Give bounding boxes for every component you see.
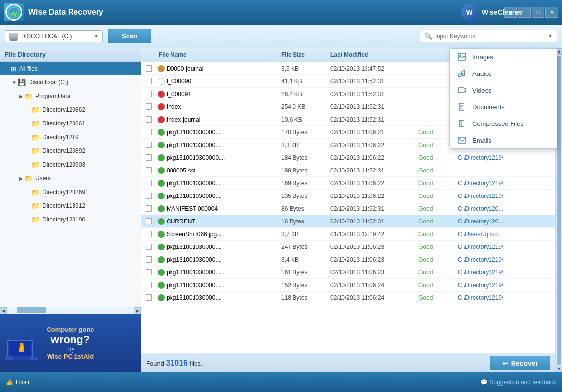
sidebar-item-dir120903[interactable]: 📁 Directory120903 xyxy=(0,158,141,172)
drive-selector[interactable]: DISCO LOCAL (C:) ▼ xyxy=(5,30,103,42)
table-row[interactable]: pkg131001030000.... 152 Bytes 02/10/2013… xyxy=(141,279,555,292)
scan-button[interactable]: Scan xyxy=(108,29,151,43)
row-checkbox[interactable] xyxy=(141,256,156,263)
table-row[interactable]: pkg131001030000.... 169 Bytes 02/10/2013… xyxy=(141,177,555,190)
row-checkbox[interactable] xyxy=(141,180,156,186)
table-row[interactable]: CURRENT 16 Bytes 02/10/2013 11:52:31 Goo… xyxy=(141,215,555,228)
row-checkbox[interactable] xyxy=(141,231,156,237)
folder-icon: 📁 xyxy=(24,174,33,182)
sidebar-item-dir120892[interactable]: 📁 Directory120892 xyxy=(0,144,141,158)
dropdown-item-label: Images xyxy=(472,53,493,61)
row-checkbox[interactable] xyxy=(141,269,156,275)
svg-rect-11 xyxy=(458,88,464,93)
scroll-down-arrow[interactable]: ▼ xyxy=(556,366,562,372)
hscroll-left[interactable]: ◀ xyxy=(0,307,7,314)
row-filesize: 86 Bytes xyxy=(278,205,327,212)
table-row[interactable]: pkg131001030000.... 135 Bytes 02/10/2013… xyxy=(141,190,555,202)
table-row[interactable]: pkg1310010300000.... 184 Bytes 02/10/201… xyxy=(141,151,555,164)
row-filename: Index-journal xyxy=(156,116,278,123)
maximize-button[interactable]: □ xyxy=(532,7,544,18)
row-filesize: 118 Bytes xyxy=(278,294,327,301)
svg-point-10 xyxy=(462,73,465,76)
sidebar-item-label: Directory120903 xyxy=(42,161,85,168)
row-checkbox[interactable] xyxy=(141,65,156,72)
dropdown-item-images[interactable]: Images xyxy=(450,49,557,65)
row-checkbox[interactable] xyxy=(141,129,156,135)
row-date: 02/10/2013 11:52:31 xyxy=(327,167,415,174)
row-checkbox[interactable] xyxy=(141,205,156,212)
table-row[interactable]: MANIFEST-000004 86 Bytes 02/10/2013 11:5… xyxy=(141,202,555,215)
row-checkbox[interactable] xyxy=(141,193,156,199)
row-date: 02/10/2013 11:52:31 xyxy=(327,103,415,110)
row-checkbox[interactable] xyxy=(141,116,156,122)
sidebar-item-users[interactable]: ▶ 📁 Users xyxy=(0,172,141,185)
sidebar-item-programdata[interactable]: ▶ 📁 ProgramData xyxy=(0,89,141,103)
hscroll-right[interactable]: ▶ xyxy=(134,307,141,314)
search-dropdown-arrow[interactable]: ▼ xyxy=(548,33,553,39)
suggestion-feedback-link[interactable]: 💬 Suggestion and feedback xyxy=(480,379,556,386)
sidebar-item-disco-local[interactable]: ▼ 💾 Disco local (C:) xyxy=(0,75,141,89)
row-date: 02/10/2013 11:06:23 xyxy=(327,269,415,276)
search-box: 🔍 ▼ xyxy=(420,30,557,42)
col-header-filename: File Name xyxy=(156,50,278,59)
folder-icon: 📁 xyxy=(31,161,40,169)
table-row[interactable]: pkg131001030000.... 161 Bytes 02/10/2013… xyxy=(141,266,555,279)
row-filename: f_000090 xyxy=(156,78,278,85)
sidebar-item-all-files[interactable]: ⊞ All files xyxy=(0,62,141,75)
row-filesize: 3,5 KB xyxy=(278,65,327,72)
ad-banner[interactable]: ! Computer gone wrong? Try Wise PC 1stAi… xyxy=(0,314,141,372)
sidebar-item-dir1219[interactable]: 📁 Directory1219 xyxy=(0,130,141,144)
sidebar-hscroll[interactable]: ◀ ▶ xyxy=(0,307,141,314)
sidebar-item-dir120862[interactable]: 📁 Directory120862 xyxy=(0,103,141,117)
row-checkbox[interactable] xyxy=(141,244,156,250)
sidebar-item-dir120190[interactable]: 📁 Directory120190 xyxy=(0,213,141,226)
dropdown-item-audios[interactable]: Audios xyxy=(450,65,557,82)
table-row[interactable]: pkg131001030000.... 3,4 KB 02/10/2013 11… xyxy=(141,253,555,266)
row-checkbox[interactable] xyxy=(141,154,156,161)
sidebar-item-dir120269[interactable]: 📁 Directory120269 xyxy=(0,185,141,199)
sidebar-item-dir113912[interactable]: 📁 Directory113912 xyxy=(0,199,141,213)
recover-icon: ↩ xyxy=(502,359,508,367)
row-date: 02/10/2013 11:06:22 xyxy=(327,154,415,161)
row-checkbox[interactable] xyxy=(141,294,156,301)
row-checkbox[interactable] xyxy=(141,167,156,173)
row-checkbox[interactable] xyxy=(141,91,156,97)
found-label: Found xyxy=(146,360,166,367)
row-checkbox[interactable] xyxy=(141,142,156,148)
svg-text:!: ! xyxy=(21,347,22,352)
row-filesize: 26,4 KB xyxy=(278,91,327,98)
row-checkbox[interactable] xyxy=(141,218,156,224)
row-state: Good xyxy=(415,154,455,161)
row-path: C:\Directory1219\ xyxy=(455,154,555,161)
table-row[interactable]: 000005.sst 180 Bytes 02/10/2013 11:52:31… xyxy=(141,164,555,177)
table-row[interactable]: pkg131001030000.... 118 Bytes 02/10/2013… xyxy=(141,292,555,304)
close-button[interactable]: ✕ xyxy=(545,7,558,18)
svg-point-8 xyxy=(460,55,461,56)
row-filesize: 10,6 KB xyxy=(278,116,327,123)
row-checkbox[interactable] xyxy=(141,78,156,84)
table-row[interactable]: ScreenShot066.jpg... 3,7 KB 01/10/2013 1… xyxy=(141,228,555,241)
dropdown-item-compressed[interactable]: Compressed Files xyxy=(450,115,557,132)
row-state: Good xyxy=(415,256,455,263)
sidebar-item-dir120861[interactable]: 📁 Directory120861 xyxy=(0,117,141,130)
table-row[interactable]: pkg131001030000.... 247 Bytes 02/10/2013… xyxy=(141,241,555,253)
ad-line2: wrong? xyxy=(47,333,94,346)
file-directory-tree: ⊞ All files ▼ 💾 Disco local (C:) ▶ 📁 Pro… xyxy=(0,62,141,307)
recover-label: Recover xyxy=(511,359,538,367)
row-date: 02/10/2013 11:52:31 xyxy=(327,91,415,98)
extra-button[interactable]: ⧉ xyxy=(504,7,517,18)
search-input[interactable] xyxy=(435,33,545,40)
folder-icon: 📁 xyxy=(31,106,40,114)
dropdown-item-documents[interactable]: Documents xyxy=(450,98,557,115)
minimize-button[interactable]: — xyxy=(518,7,531,18)
dropdown-item-emails[interactable]: Emails xyxy=(450,132,557,148)
row-checkbox[interactable] xyxy=(141,103,156,110)
hscroll-thumb xyxy=(17,307,46,313)
row-checkbox[interactable] xyxy=(141,282,156,288)
dropdown-item-videos[interactable]: Videos xyxy=(450,82,557,98)
recover-button[interactable]: ↩ Recover xyxy=(490,356,550,370)
hscroll-track xyxy=(7,307,134,314)
row-path: C:\Directory120... xyxy=(455,218,555,225)
bottom-bar: 👍 Like it 💬 Suggestion and feedback xyxy=(0,372,562,392)
like-button[interactable]: 👍 Like it xyxy=(6,379,31,386)
